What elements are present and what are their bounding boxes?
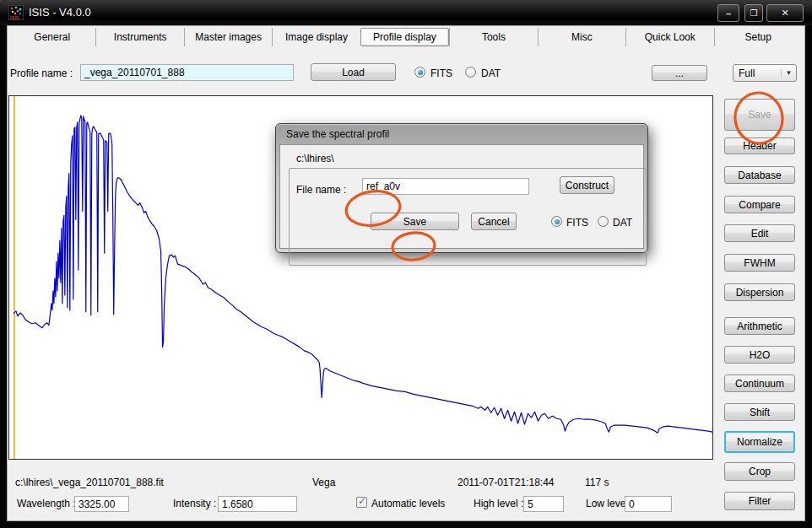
maximize-button[interactable]: ❐ xyxy=(744,4,763,22)
sidebar-normalize-label: Normalize xyxy=(737,436,782,448)
high-level-label: High level : xyxy=(474,498,523,509)
tab-general[interactable]: General xyxy=(8,28,95,46)
high-level-input[interactable] xyxy=(523,496,564,512)
dialog-save-button[interactable]: Save xyxy=(371,213,459,230)
sidebar-dispersion-button[interactable]: Dispersion xyxy=(724,283,795,301)
sidebar-database-label: Database xyxy=(738,170,781,181)
sidebar-fwhm-label: FWHM xyxy=(744,257,775,269)
file-path-status: c:\lhires\_vega_20110701_888.fit xyxy=(15,477,164,488)
client-area: General Instruments Master images Image … xyxy=(7,25,805,521)
sidebar-arithmetic-button[interactable]: Arithmetic xyxy=(724,317,795,335)
view-mode-value: Full xyxy=(734,67,781,79)
sidebar-edit-label: Edit xyxy=(751,228,769,240)
sidebar-compare-label: Compare xyxy=(739,199,780,211)
sidebar-filter-button[interactable]: Filter xyxy=(724,492,795,510)
tab-bar: General Instruments Master images Image … xyxy=(8,28,802,46)
dialog-cancel-button[interactable]: Cancel xyxy=(471,213,517,230)
dialog-title[interactable]: Save the spectral profil xyxy=(286,128,389,140)
profile-name-input[interactable] xyxy=(80,64,294,81)
app-icon: ISIS xyxy=(8,5,24,20)
window-title: ISIS - V4.0.0 xyxy=(29,6,91,19)
sidebar-crop-label: Crop xyxy=(749,466,771,477)
dialog-dat-radio[interactable] xyxy=(598,216,609,227)
tab-quick-look[interactable]: Quick Look xyxy=(625,28,713,46)
dialog-save-label: Save xyxy=(403,216,426,228)
dialog-fits-radio-label: FITS xyxy=(566,217,588,229)
tab-instruments[interactable]: Instruments xyxy=(95,28,183,46)
sidebar-dispersion-label: Dispersion xyxy=(736,287,784,299)
minimize-icon: – xyxy=(726,8,731,19)
dialog-file-name-label: File name : xyxy=(296,184,346,196)
intensity-readout[interactable] xyxy=(218,496,297,512)
tab-misc[interactable]: Misc xyxy=(538,28,625,46)
tab-profile-display[interactable]: Profile display xyxy=(360,28,449,46)
sidebar-h2o-button[interactable]: H2O xyxy=(724,346,795,364)
tab-image-display[interactable]: Image display xyxy=(272,28,360,46)
view-mode-dropdown[interactable]: Full ▼ xyxy=(733,64,797,82)
dialog-path-label: c:\lhires\ xyxy=(296,153,334,164)
save-profile-dialog: Save the spectral profil c:\lhires\ File… xyxy=(275,123,648,253)
title-bar[interactable]: ISIS ISIS - V4.0.0 – ❐ ✕ xyxy=(0,0,812,25)
intensity-label: Intensity : xyxy=(173,498,216,509)
profile-name-label: Profile name : xyxy=(10,67,73,79)
tab-master-images[interactable]: Master images xyxy=(184,28,272,46)
tab-tools[interactable]: Tools xyxy=(449,28,537,46)
sidebar-compare-button[interactable]: Compare xyxy=(724,196,795,213)
object-name-status: Vega xyxy=(312,477,335,488)
sidebar-crop-button[interactable]: Crop xyxy=(724,462,795,481)
tab-setup[interactable]: Setup xyxy=(714,28,802,46)
exposure-status: 117 s xyxy=(585,477,609,488)
sidebar-shift-label: Shift xyxy=(750,407,770,418)
load-button-label: Load xyxy=(342,67,365,78)
low-level-input[interactable] xyxy=(625,496,672,512)
close-icon: ✕ xyxy=(781,8,788,19)
auto-levels-label: Automatic levels xyxy=(371,498,445,509)
sidebar-h2o-label: H2O xyxy=(750,349,771,361)
sidebar-normalize-button[interactable]: Normalize xyxy=(724,431,795,453)
sidebar-save-button[interactable]: Save xyxy=(724,99,795,131)
dialog-fits-radio[interactable] xyxy=(551,216,562,227)
sidebar-header-label: Header xyxy=(743,140,776,152)
svg-text:ISIS: ISIS xyxy=(10,15,19,20)
close-button[interactable]: ✕ xyxy=(766,4,804,22)
sidebar-continuum-label: Continuum xyxy=(735,378,784,390)
dialog-cancel-label: Cancel xyxy=(478,216,509,228)
sidebar-shift-button[interactable]: Shift xyxy=(724,403,795,421)
fits-radio[interactable] xyxy=(414,67,425,78)
isis-window: ISIS ISIS - V4.0.0 – ❐ ✕ General Instrum… xyxy=(0,0,812,528)
browse-button[interactable]: ... xyxy=(652,65,707,81)
sidebar-arithmetic-label: Arithmetic xyxy=(737,321,782,332)
chevron-down-icon: ▼ xyxy=(781,69,796,77)
sidebar-save-label: Save xyxy=(748,109,771,121)
fits-radio-label: FITS xyxy=(430,67,452,79)
construct-button-label: Construct xyxy=(566,180,609,191)
datetime-status: 2011-07-01T21:18:44 xyxy=(457,477,555,488)
sidebar-header-button[interactable]: Header xyxy=(724,137,795,154)
auto-levels-checkbox[interactable] xyxy=(356,497,367,508)
load-button[interactable]: Load xyxy=(311,63,396,81)
dialog-construct-button[interactable]: Construct xyxy=(560,176,614,194)
wavelength-readout[interactable] xyxy=(74,496,129,512)
sidebar-fwhm-button[interactable]: FWHM xyxy=(724,254,795,272)
maximize-icon: ❐ xyxy=(750,8,758,18)
browse-button-label: ... xyxy=(675,67,684,79)
dat-radio-label: DAT xyxy=(481,67,501,79)
sidebar-database-button[interactable]: Database xyxy=(724,166,795,184)
minimize-button[interactable]: – xyxy=(717,4,739,22)
sidebar-filter-label: Filter xyxy=(749,495,771,507)
sidebar-edit-button[interactable]: Edit xyxy=(724,224,795,242)
dialog-file-name-value[interactable] xyxy=(362,178,529,195)
dat-radio[interactable] xyxy=(465,67,476,78)
dialog-dat-radio-label: DAT xyxy=(613,217,632,229)
sidebar-continuum-button[interactable]: Continuum xyxy=(724,374,795,392)
wavelength-label: Wavelength : xyxy=(17,498,76,509)
